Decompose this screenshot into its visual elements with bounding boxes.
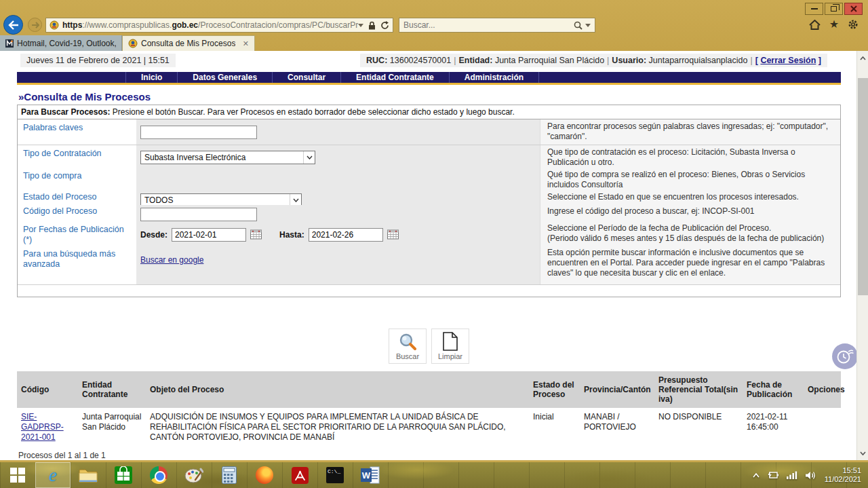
buscar-google-link[interactable]: Buscar en google	[140, 255, 203, 265]
nav-datos-generales[interactable]: Datos Generales	[178, 72, 273, 83]
fecha-desde-input[interactable]	[172, 228, 246, 242]
nav-consultar[interactable]: Consultar	[273, 72, 341, 83]
battery-icon[interactable]	[768, 471, 778, 479]
search-box[interactable]	[399, 18, 595, 33]
form-instructions: Para Buscar Procesos: Presione el botón …	[18, 105, 840, 119]
close-button[interactable]	[844, 3, 863, 15]
nav-inicio[interactable]: Inicio	[125, 72, 178, 83]
calculator-icon	[222, 466, 237, 484]
taskbar-calculator[interactable]	[212, 462, 247, 488]
taskbar-microsoft-store[interactable]	[106, 462, 141, 488]
col-opciones: Opciones	[804, 371, 841, 408]
buscar-button[interactable]: Buscar	[389, 329, 427, 364]
home-icon[interactable]	[809, 20, 821, 30]
tipo-contratacion-help: Que tipo de contratación es el proceso: …	[540, 145, 840, 170]
cell-provincia: MANABI / PORTOVIEJO	[580, 408, 654, 447]
ruc-label: RUC:	[366, 56, 387, 65]
limpiar-button[interactable]: Limpiar	[431, 329, 469, 364]
usuario-label: Usuario:	[612, 56, 646, 65]
tray-clock[interactable]: 15:51 11/02/2021	[825, 466, 861, 484]
calendar-icon-hasta[interactable]	[387, 229, 399, 240]
autocomplete-dropdown-icon[interactable]	[358, 24, 363, 27]
cell-estado: Inicial	[529, 408, 580, 447]
tipo-compra-empty	[136, 168, 540, 192]
proceso-code-link[interactable]: SIE-GADPRSP-2021-001	[21, 412, 64, 442]
msn-tab-icon	[5, 39, 14, 48]
windows-logo-icon	[10, 468, 25, 483]
taskbar-chrome[interactable]	[141, 462, 176, 488]
taskbar-acrobat[interactable]	[282, 462, 317, 488]
tab-close-icon[interactable]: ✕	[243, 39, 249, 48]
usuario-value: Juntaparroquialsanplacido	[649, 56, 748, 65]
codigo-proceso-input[interactable]	[140, 208, 257, 221]
cell-opciones	[804, 408, 841, 447]
volume-icon[interactable]	[806, 471, 816, 480]
taskbar-file-explorer[interactable]	[71, 462, 106, 488]
refresh-icon[interactable]	[380, 21, 389, 30]
search-icon[interactable]	[574, 21, 583, 30]
results-table: Código Entidad Contratante Objeto del Pr…	[17, 371, 841, 447]
system-tray: 15:51 11/02/2021	[753, 466, 868, 484]
limpiar-page-icon	[442, 332, 458, 351]
buscar-magnifier-icon	[399, 333, 417, 351]
search-dropdown-icon[interactable]	[585, 24, 591, 27]
compraspublicas-favicon	[128, 39, 138, 48]
busqueda-avanzada-help: Esta opción permite buscar información e…	[540, 246, 840, 284]
datetime-display: Jueves 11 de Febrero de 2021 | 15:51	[20, 54, 176, 67]
search-input[interactable]	[403, 20, 574, 30]
logout-link[interactable]: Cerrar Sesión	[760, 56, 816, 65]
winged-clock-icon	[836, 348, 854, 364]
tipo-contratacion-select[interactable]: Subasta Inversa Electrónica	[140, 151, 315, 164]
busqueda-avanzada-label: Para una búsqueda más avanzada	[18, 246, 136, 284]
internet-explorer-icon: e	[49, 466, 57, 485]
acrobat-reader-icon	[292, 467, 309, 484]
col-provincia: Provincia/Cantón	[580, 371, 654, 408]
settings-gear-icon[interactable]	[848, 19, 859, 30]
cell-fecha: 2021-02-11 16:45:00	[743, 408, 804, 447]
tab-hotmail[interactable]: Hotmail, Covid-19, Outlook, N...	[0, 35, 122, 51]
favorites-star-icon[interactable]: ★	[829, 19, 839, 30]
chrome-icon	[150, 466, 167, 484]
firefox-icon	[256, 466, 273, 484]
window-controls	[804, 3, 863, 15]
chevron-down-icon	[307, 155, 313, 159]
hidden-icons-chevron[interactable]	[753, 473, 760, 478]
fecha-hasta-input[interactable]	[309, 228, 383, 242]
start-button[interactable]	[0, 462, 35, 488]
network-signal-icon[interactable]	[787, 471, 797, 479]
back-button[interactable]	[3, 15, 23, 35]
nav-administracion[interactable]: Administración	[450, 72, 539, 83]
taskbar-word[interactable]: W	[353, 462, 388, 488]
restore-button[interactable]	[825, 3, 843, 15]
address-bar[interactable]: https://www.compraspublicas.gob.ec/Proce…	[45, 18, 393, 33]
entidad-label: Entidad:	[458, 56, 492, 65]
tab-bar: Hotmail, Covid-19, Outlook, N... Consult…	[0, 35, 255, 51]
tray-time: 15:51	[825, 466, 861, 475]
microsoft-store-icon	[115, 466, 132, 484]
session-info: RUC: 1360024570001|Entidad: Junta Parroq…	[360, 54, 827, 67]
nav-entidad-contratante[interactable]: Entidad Contratante	[341, 72, 450, 83]
vertical-scrollbar[interactable]	[856, 51, 868, 460]
tab-label: Consulta de Mis Procesos	[141, 39, 235, 48]
main-nav: Inicio Datos Generales Consultar Entidad…	[17, 72, 841, 85]
calendar-icon-desde[interactable]	[250, 229, 262, 240]
search-form: Para Buscar Procesos: Presione el botón …	[17, 105, 841, 297]
cell-presupuesto: NO DISPONIBLE	[654, 408, 743, 447]
palabras-claves-input[interactable]	[140, 126, 257, 139]
taskbar-paint[interactable]	[176, 462, 212, 488]
forward-button[interactable]	[28, 18, 42, 32]
col-fecha: Fecha de Publicación	[743, 371, 804, 408]
minimize-button[interactable]	[805, 3, 823, 15]
cell-objeto: ADQUISICIÓN DE INSUMOS Y EQUIPOS PARA IM…	[146, 408, 529, 447]
palabras-claves-label: Palabras claves	[18, 119, 136, 145]
word-icon: W	[361, 466, 380, 484]
scroll-up-icon[interactable]	[857, 52, 868, 64]
tab-consulta-procesos[interactable]: Consulta de Mis Procesos ✕	[122, 35, 255, 51]
taskbar-firefox[interactable]	[247, 462, 282, 488]
taskbar-internet-explorer[interactable]: e	[35, 462, 71, 488]
scrollbar-thumb[interactable]	[858, 78, 868, 295]
scroll-down-icon[interactable]	[857, 447, 868, 459]
floating-clock-widget[interactable]	[832, 343, 858, 369]
tray-date: 11/02/2021	[825, 475, 861, 484]
taskbar-cmd[interactable]: C:\_	[317, 462, 353, 488]
